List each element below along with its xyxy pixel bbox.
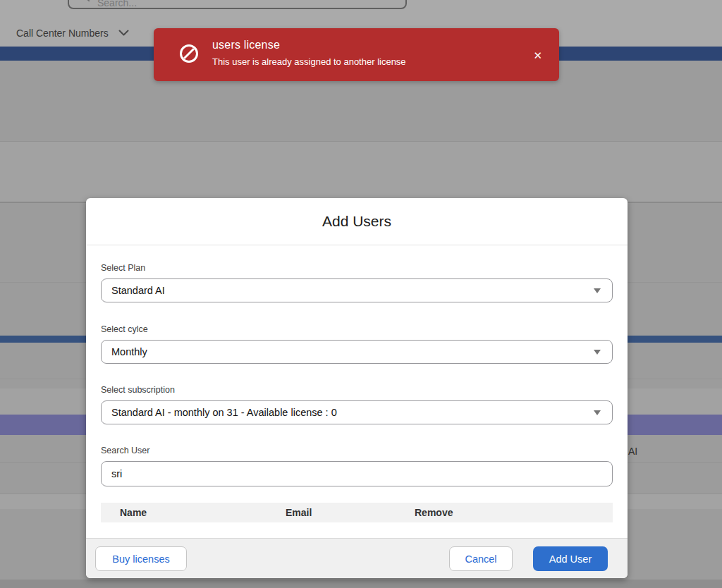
search-placeholder: Search... xyxy=(97,0,137,8)
ban-icon xyxy=(178,42,200,68)
select-subscription-field[interactable]: Standard AI - monthly on 31 - Available … xyxy=(101,400,613,424)
column-header-remove: Remove xyxy=(415,507,453,518)
select-plan-value: Standard AI xyxy=(111,285,594,296)
column-header-name: Name xyxy=(120,507,147,518)
buy-licenses-button[interactable]: Buy licenses xyxy=(95,546,187,571)
search-icon xyxy=(79,0,90,5)
select-plan-group: Select Plan Standard AI xyxy=(101,263,613,302)
toast-message: This user is already assigned to another… xyxy=(212,56,530,67)
search-user-label: Search User xyxy=(101,446,613,455)
add-users-modal: Add Users Select Plan Standard AI Select… xyxy=(86,198,628,578)
select-plan-label: Select Plan xyxy=(101,263,613,273)
column-header-email: Email xyxy=(286,507,312,518)
modal-header: Add Users xyxy=(86,198,628,245)
users-table-header: Name Email Remove xyxy=(101,503,613,522)
select-cycle-group: Select cylce Monthly xyxy=(101,324,613,364)
select-subscription-value: Standard AI - monthly on 31 - Available … xyxy=(111,407,594,418)
error-toast: users license This user is already assig… xyxy=(154,28,559,81)
select-plan-field[interactable]: Standard AI xyxy=(101,278,613,302)
cancel-button[interactable]: Cancel xyxy=(449,546,513,571)
select-subscription-label: Select subscription xyxy=(101,385,613,395)
select-cycle-value: Monthly xyxy=(111,346,594,357)
dropdown-caret-icon xyxy=(594,288,601,293)
dropdown-caret-icon xyxy=(594,410,601,415)
chevron-down-icon xyxy=(118,27,129,39)
modal-footer: Buy licenses Cancel Add User xyxy=(86,538,628,578)
select-cycle-label: Select cylce xyxy=(101,324,613,334)
add-user-button[interactable]: Add User xyxy=(533,546,608,571)
search-user-group: Search User xyxy=(101,446,613,486)
global-search-input: Search... xyxy=(68,0,407,9)
select-subscription-group: Select subscription Standard AI - monthl… xyxy=(101,385,613,424)
toast-close-icon[interactable]: ✕ xyxy=(530,47,545,63)
search-user-input[interactable] xyxy=(101,461,613,486)
dropdown-caret-icon xyxy=(594,350,601,355)
call-center-numbers-label: Call Center Numbers xyxy=(16,27,109,39)
select-cycle-field[interactable]: Monthly xyxy=(101,340,613,364)
toast-texts: users license This user is already assig… xyxy=(212,39,530,67)
background-footer-band xyxy=(0,580,722,588)
background-cell-text: AI xyxy=(628,446,637,457)
call-center-numbers-menu: Call Center Numbers xyxy=(16,27,129,39)
modal-title: Add Users xyxy=(322,213,391,230)
background-table-row xyxy=(0,142,722,202)
toast-title: users license xyxy=(212,39,530,51)
